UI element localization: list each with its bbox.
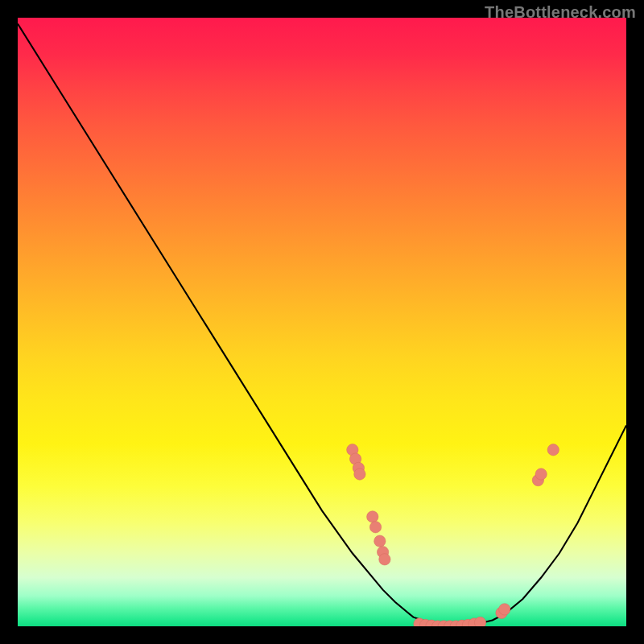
watermark-text: TheBottleneck.com	[485, 3, 636, 22]
chart-plot-area	[18, 18, 626, 626]
